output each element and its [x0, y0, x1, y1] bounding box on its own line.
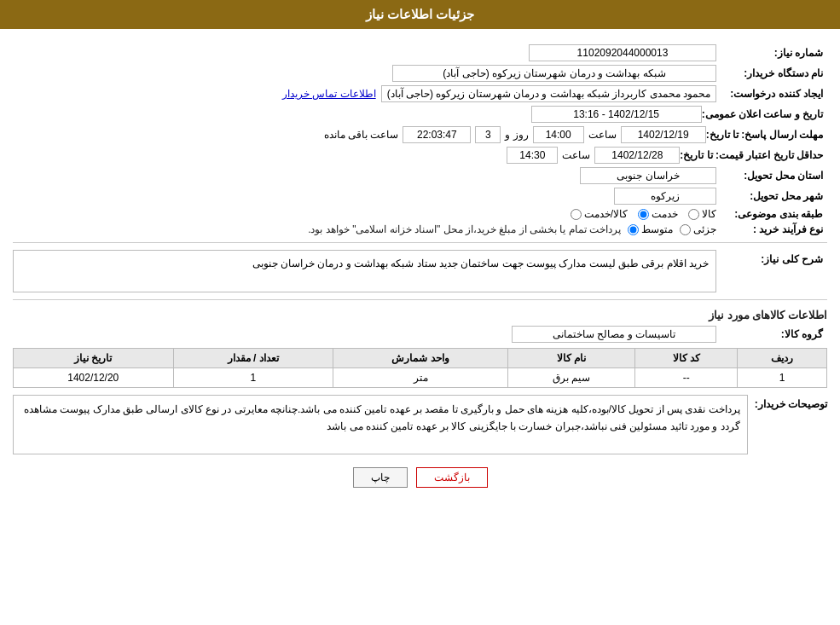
col-header-date: تاریخ نیاز	[14, 349, 174, 368]
creator-value: محمود محمدی کاربرداز شبکه بهداشت و درمان…	[381, 85, 716, 102]
need-number-value: 1102092044000013	[529, 44, 716, 61]
cell-name: سیم برق	[508, 368, 635, 388]
goods-table: ردیف کد کالا نام کالا واحد شمارش تعداد /…	[13, 348, 827, 388]
process-option-medium[interactable]: متوسط	[628, 223, 673, 235]
buyer-notes-label: توصیحات خریدار:	[755, 398, 827, 410]
deadline-time: 14:00	[533, 126, 584, 143]
deadline-remaining: 22:03:47	[403, 126, 471, 143]
page-header: جزئیات اطلاعات نیاز	[0, 0, 840, 29]
back-button[interactable]: بازگشت	[416, 467, 488, 488]
buyer-name-value: شبکه بهداشت و درمان شهرستان زیرکوه (حاجی…	[392, 65, 716, 82]
price-valid-time-label: ساعت	[562, 149, 590, 161]
creator-contact-link[interactable]: اطلاعات تماس خریدار	[282, 88, 376, 100]
goods-group-value: تاسیسات و مصالح ساختمانی	[512, 326, 716, 343]
province-label: استان محل تحویل:	[716, 170, 827, 182]
type-label: طبقه بندی موضوعی:	[716, 208, 827, 220]
type-option-goods-label: کالا	[702, 208, 716, 220]
need-number-label: شماره نیاز:	[716, 47, 827, 59]
process-desc: پرداخت تمام یا بخشی از مبلغ خرید،از محل …	[308, 223, 621, 235]
page-title: جزئیات اطلاعات نیاز	[366, 7, 474, 21]
type-option-service[interactable]: خدمت	[638, 208, 678, 220]
process-medium-label: متوسط	[641, 223, 673, 235]
cell-qty: 1	[173, 368, 333, 388]
col-header-row: ردیف	[738, 349, 827, 368]
type-option-both-label: کالا/خدمت	[584, 208, 628, 220]
price-valid-date: 1402/12/28	[594, 147, 680, 164]
deadline-day-label: روز و	[505, 129, 528, 141]
goods-group-label: گروه کالا:	[716, 328, 827, 340]
type-option-both[interactable]: کالا/خدمت	[571, 208, 628, 220]
date-announce-label: تاریخ و ساعت اعلان عمومی:	[702, 108, 827, 120]
table-row: 1--سیم برقمتر11402/12/20	[14, 368, 827, 388]
goods-info-title: اطلاعات کالاهای مورد نیاز	[13, 309, 827, 321]
cell-date: 1402/12/20	[14, 368, 174, 388]
city-value: زیرکوه	[614, 188, 716, 205]
buyer-name-label: نام دستگاه خریدار:	[716, 67, 827, 79]
deadline-label: مهلت ارسال پاسخ: تا تاریخ:	[706, 129, 827, 141]
print-button[interactable]: چاپ	[353, 467, 408, 488]
col-header-name: نام کالا	[508, 349, 635, 368]
deadline-time-label: ساعت	[588, 129, 617, 141]
process-option-partial[interactable]: جزئی	[680, 223, 716, 235]
bottom-buttons: بازگشت چاپ	[13, 467, 827, 488]
province-value: خراسان جنوبی	[580, 167, 716, 184]
buyer-notes-value: پرداخت نقدی پس از تحویل کالا/بوده،کلیه ه…	[13, 395, 748, 454]
col-header-qty: تعداد / مقدار	[173, 349, 333, 368]
deadline-remaining-label: ساعت باقی مانده	[324, 129, 399, 141]
summary-label: شرح کلی نیاز:	[716, 253, 827, 265]
deadline-date: 1402/12/19	[621, 126, 706, 143]
deadline-days: 3	[475, 126, 501, 143]
cell-row_num: 1	[738, 368, 827, 388]
type-option-goods[interactable]: کالا	[688, 208, 716, 220]
col-header-code: کد کالا	[635, 349, 738, 368]
price-valid-time: 14:30	[507, 147, 558, 164]
col-header-unit: واحد شمارش	[333, 349, 507, 368]
type-option-service-label: خدمت	[652, 208, 678, 220]
date-announce-value: 1402/12/15 - 13:16	[531, 106, 702, 123]
cell-unit: متر	[333, 368, 507, 388]
city-label: شهر محل تحویل:	[716, 190, 827, 202]
summary-value: خرید اقلام برقی طبق لیست مدارک پیوست جهت…	[13, 250, 716, 292]
process-partial-label: جزئی	[693, 223, 716, 235]
cell-code: --	[635, 368, 738, 388]
process-label: نوع فرآیند خرید :	[716, 223, 827, 235]
price-valid-label: حداقل تاریخ اعتبار قیمت: تا تاریخ:	[680, 149, 827, 161]
creator-label: ایجاد کننده درخواست:	[716, 88, 827, 100]
